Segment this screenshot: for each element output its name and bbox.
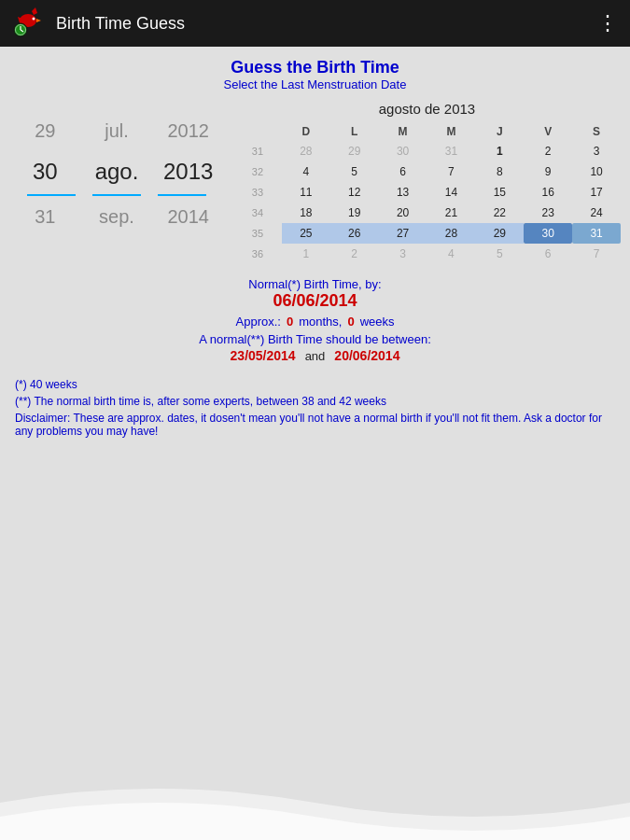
select-subtitle: Select the Last Menstruation Date: [9, 77, 621, 91]
calendar-week-35: 35 25 26 27 28 29 30 31: [233, 223, 621, 244]
cal-day[interactable]: 21: [427, 203, 476, 223]
cal-day[interactable]: 29: [475, 223, 524, 244]
cal-day-31-selected[interactable]: 31: [572, 223, 621, 244]
normal-birth-label: Normal(*) Birth Time, by:: [9, 277, 621, 291]
cal-day[interactable]: 25: [282, 223, 330, 244]
cal-day[interactable]: 1: [282, 244, 330, 264]
footnote-disclaimer: Disclaimer: These are approx. dates, it …: [15, 412, 615, 438]
cal-day[interactable]: 7: [572, 244, 621, 264]
calendar-week-33: 33 11 12 13 14 15 16 17: [233, 182, 621, 203]
header-section: Guess the Birth Time Select the Last Men…: [9, 58, 621, 91]
picker-row-next[interactable]: 31 sep. 2014: [9, 196, 224, 237]
calendar-grid: D L M M J V S 31 28 29 30: [233, 122, 621, 264]
week-num-35: 35: [233, 223, 282, 244]
cal-day[interactable]: 3: [572, 141, 621, 161]
cal-day[interactable]: 20: [379, 203, 427, 223]
cal-day[interactable]: 17: [572, 182, 621, 203]
app-icon: [11, 6, 47, 41]
week-num-34: 34: [233, 203, 282, 223]
calendar-week-34: 34 18 19 20 21 22 23 24: [233, 203, 621, 223]
picker-month-selected: ago.: [84, 159, 149, 185]
cal-day[interactable]: 31: [427, 141, 476, 161]
picker-row-prev[interactable]: 29 jul. 2012: [9, 110, 224, 151]
cal-day[interactable]: 14: [427, 182, 476, 203]
picker-row-selected[interactable]: 30 ago. 2013: [9, 151, 224, 192]
picker-year-prev: 2012: [156, 120, 221, 142]
day-header-s: S: [572, 122, 621, 141]
calendar-body: 31 28 29 30 31 1 2 3 32 4 5 6: [233, 141, 621, 264]
cal-day[interactable]: 3: [379, 244, 427, 264]
approx-label: Approx.:: [236, 315, 281, 329]
normal-range-label: A normal(**) Birth Time should be betwee…: [9, 332, 621, 346]
scroll-picker[interactable]: 29 jul. 2012 30 ago. 2013 31 sep. 2014: [9, 101, 224, 237]
cal-day[interactable]: 2: [330, 244, 379, 264]
cal-day[interactable]: 13: [379, 182, 427, 203]
overflow-menu-icon[interactable]: ⋮: [597, 11, 619, 35]
cal-day[interactable]: 22: [475, 203, 524, 223]
picker-calendar-row: 29 jul. 2012 30 ago. 2013 31 sep. 2014: [9, 101, 621, 264]
week-num-32: 32: [233, 161, 282, 182]
cal-day[interactable]: 18: [282, 203, 330, 223]
range-and: and: [305, 349, 326, 363]
calendar-section: agosto de 2013 D L M M J V S: [233, 101, 621, 264]
cal-day[interactable]: 12: [330, 182, 379, 203]
picker-month-prev: jul.: [84, 120, 149, 142]
cal-day[interactable]: 4: [427, 244, 476, 264]
range-row: 23/05/2014 and 20/06/2014: [9, 348, 621, 363]
weeks-value: 0: [347, 315, 354, 329]
picker-year-selected: 2013: [156, 159, 221, 185]
cal-day[interactable]: 28: [427, 223, 476, 244]
picker-day-prev: 29: [12, 120, 77, 142]
results-section: Normal(*) Birth Time, by: 06/06/2014 App…: [9, 277, 621, 363]
day-header-j: J: [475, 122, 524, 141]
cal-day[interactable]: 8: [475, 161, 524, 182]
cal-day[interactable]: 5: [475, 244, 524, 264]
cal-day[interactable]: 7: [427, 161, 476, 182]
calendar-week-31: 31 28 29 30 31 1 2 3: [233, 141, 621, 161]
cal-day[interactable]: 9: [524, 161, 572, 182]
cal-day[interactable]: 15: [475, 182, 524, 203]
svg-marker-2: [32, 7, 37, 15]
day-header-d: D: [282, 122, 330, 141]
cal-day[interactable]: 16: [524, 182, 572, 203]
main-content: Guess the Birth Time Select the Last Men…: [0, 47, 630, 447]
cal-day[interactable]: 24: [572, 203, 621, 223]
day-header-m2: M: [427, 122, 476, 141]
cal-day[interactable]: 26: [330, 223, 379, 244]
cal-day[interactable]: 1: [475, 141, 524, 161]
approx-row: Approx.: 0 months, 0 weeks: [9, 315, 621, 329]
cal-day[interactable]: 6: [524, 244, 572, 264]
cal-day[interactable]: 29: [330, 141, 379, 161]
cal-day[interactable]: 19: [330, 203, 379, 223]
picker-year-next: 2014: [156, 206, 221, 228]
birth-date-value: 06/06/2014: [9, 291, 621, 311]
day-header-l: L: [330, 122, 379, 141]
picker-month-next: sep.: [84, 206, 149, 228]
cal-day[interactable]: 30: [379, 141, 427, 161]
day-header-m1: M: [379, 122, 427, 141]
cal-day[interactable]: 23: [524, 203, 572, 223]
week-num-33: 33: [233, 182, 282, 203]
calendar-week-36: 36 1 2 3 4 5 6 7: [233, 244, 621, 264]
week-num-36: 36: [233, 244, 282, 264]
cal-day[interactable]: 10: [572, 161, 621, 182]
cal-day-30-selected[interactable]: 30: [524, 223, 572, 244]
bottom-wave: [0, 765, 630, 840]
cal-day[interactable]: 27: [379, 223, 427, 244]
months-label: months,: [299, 315, 342, 329]
cal-day[interactable]: 28: [282, 141, 330, 161]
week-num-header: [233, 122, 282, 141]
picker-day-selected: 30: [12, 159, 77, 185]
cal-day[interactable]: 2: [524, 141, 572, 161]
calendar-month-title: agosto de 2013: [233, 101, 621, 117]
weeks-label: weeks: [360, 315, 395, 329]
cal-day[interactable]: 5: [330, 161, 379, 182]
svg-marker-3: [36, 19, 41, 22]
day-header-v: V: [524, 122, 572, 141]
footnotes-section: (*) 40 weeks (**) The normal birth time …: [9, 378, 621, 438]
cal-day[interactable]: 4: [282, 161, 330, 182]
topbar: Birth Time Guess ⋮: [0, 0, 630, 47]
calendar-week-32: 32 4 5 6 7 8 9 10: [233, 161, 621, 182]
cal-day[interactable]: 11: [282, 182, 330, 203]
cal-day[interactable]: 6: [379, 161, 427, 182]
